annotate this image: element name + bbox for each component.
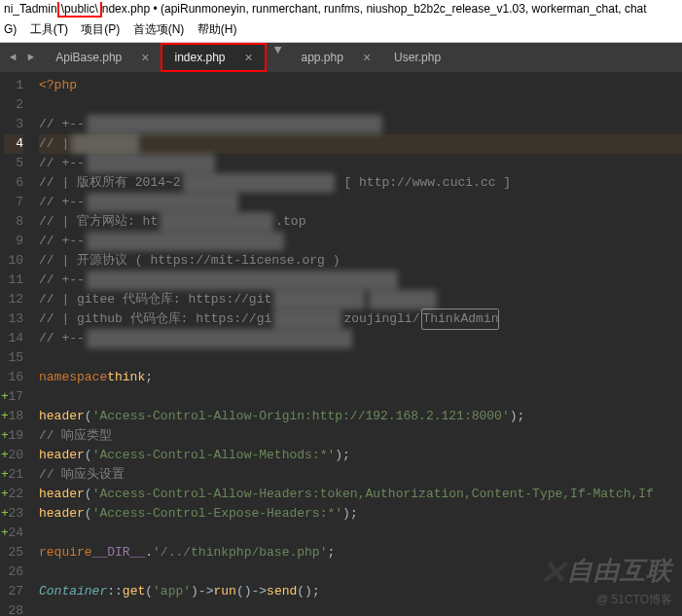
line-number: 13 bbox=[4, 309, 23, 329]
code-line[interactable]: // +--xxxxxxxxxxxxxxxxxxxxxxxxxxxxxxxxxx… bbox=[39, 329, 682, 348]
line-number: 8 bbox=[4, 212, 23, 232]
line-number: 15 bbox=[4, 348, 23, 368]
code-line[interactable]: // | 官方网站: htxxxxxxxxxxxxxxx.top bbox=[39, 212, 682, 232]
line-number: 12 bbox=[4, 290, 23, 309]
menu-item-preferences[interactable]: 首选项(N) bbox=[133, 22, 185, 36]
line-number: 21 bbox=[4, 465, 23, 485]
tab-nav-left-icon[interactable]: ◄ bbox=[4, 50, 22, 65]
code-line[interactable]: // 响应类型 bbox=[39, 426, 682, 446]
code-line[interactable]: // | xxxxxxxxx bbox=[39, 134, 682, 154]
line-number: 14 bbox=[4, 329, 23, 348]
code-line[interactable]: // | gitee 代码仓库: https://gitxxxxxxxxxxxx… bbox=[39, 290, 682, 309]
editor-area[interactable]: 1234567891011121314151617181920212223242… bbox=[0, 72, 682, 616]
line-number: 1 bbox=[4, 76, 23, 95]
tab-label: index.php bbox=[174, 51, 225, 64]
line-number: 25 bbox=[4, 543, 23, 562]
line-number: 9 bbox=[4, 232, 23, 251]
code-line[interactable]: // +--xxxxxxxxxxxxxxxxx bbox=[39, 154, 682, 173]
menu-item-tools[interactable]: 工具(T) bbox=[30, 22, 68, 36]
line-number: 26 bbox=[4, 562, 23, 582]
code-line[interactable]: // +--xxxxxxxxxxxxxxxxxxxx bbox=[39, 193, 682, 212]
tab-label: app.php bbox=[302, 51, 343, 64]
line-number: 16 bbox=[4, 368, 23, 387]
tab-apibase[interactable]: ApiBase.php × bbox=[44, 43, 161, 72]
tab-nav-right-icon[interactable]: ► bbox=[22, 50, 41, 65]
line-number: 24 bbox=[4, 524, 23, 543]
code-content[interactable]: <?php// +--xxxxxxxxxxxxxxxxxxxxxxxxxxxxx… bbox=[31, 72, 682, 616]
code-line[interactable] bbox=[39, 348, 682, 368]
tabs-container: ApiBase.php × index.php × ▼ app.php × Us… bbox=[44, 43, 682, 72]
code-line[interactable]: Container::get('app')->run()->send(); bbox=[39, 582, 682, 601]
title-suffix: • (apiRunmoneyin, runmerchant, runfms, n… bbox=[150, 2, 646, 16]
close-icon[interactable]: × bbox=[226, 50, 253, 65]
title-file: ndex.php bbox=[102, 2, 150, 16]
code-line[interactable]: header('Access-Control-Allow-Methods:*')… bbox=[39, 446, 682, 465]
code-line[interactable]: header('Access-Control-Allow-Headers:tok… bbox=[39, 485, 682, 504]
code-line[interactable]: // +--xxxxxxxxxxxxxxxxxxxxxxxxxxxxxxxxxx… bbox=[39, 115, 682, 134]
code-line[interactable]: // | github 代码仓库: https://gixxxxxxxxxzou… bbox=[39, 309, 682, 329]
tab-bar: ◄ ► ApiBase.php × index.php × ▼ app.php … bbox=[0, 43, 682, 72]
code-line[interactable] bbox=[39, 524, 682, 543]
window-title-bar: ni_Tadmin\public\ndex.php • (apiRunmoney… bbox=[0, 0, 682, 19]
line-number: 23 bbox=[4, 504, 23, 524]
line-number-gutter: 1234567891011121314151617181920212223242… bbox=[0, 72, 31, 616]
tab-dropdown-icon[interactable]: ▼ bbox=[267, 43, 290, 72]
code-line[interactable]: namespace think; bbox=[39, 368, 682, 387]
code-line[interactable] bbox=[39, 387, 682, 407]
code-line[interactable]: // +--xxxxxxxxxxxxxxxxxxxxxxxxxx bbox=[39, 232, 682, 251]
line-number: 11 bbox=[4, 271, 23, 290]
line-number: 19 bbox=[4, 426, 23, 446]
code-line[interactable] bbox=[39, 95, 682, 115]
code-line[interactable]: // 响应头设置 bbox=[39, 465, 682, 485]
line-number: 22 bbox=[4, 485, 23, 504]
line-number: 2 bbox=[4, 95, 23, 115]
code-line[interactable]: // | 开源协议 ( https://mit-license.org ) bbox=[39, 251, 682, 271]
line-number: 17 bbox=[4, 387, 23, 407]
line-number: 7 bbox=[4, 193, 23, 212]
code-line[interactable] bbox=[39, 562, 682, 582]
tab-label: ApiBase.php bbox=[55, 51, 122, 64]
line-number: 27 bbox=[4, 582, 23, 601]
close-icon[interactable]: × bbox=[343, 50, 371, 65]
menu-item-project[interactable]: 项目(P) bbox=[81, 22, 120, 36]
code-line[interactable]: <?php bbox=[39, 76, 682, 95]
line-number: 20 bbox=[4, 446, 23, 465]
code-line[interactable] bbox=[39, 601, 682, 616]
code-line[interactable]: // +--xxxxxxxxxxxxxxxxxxxxxxxxxxxxxxxxxx… bbox=[39, 271, 682, 290]
code-line[interactable]: header('Access-Control-Expose-Headers:*'… bbox=[39, 504, 682, 524]
menu-bar: G) 工具(T) 项目(P) 首选项(N) 帮助(H) bbox=[0, 19, 682, 43]
menu-item-help[interactable]: 帮助(H) bbox=[197, 22, 237, 36]
code-line[interactable]: header('Access-Control-Allow-Origin:http… bbox=[39, 407, 682, 426]
line-number: 3 bbox=[4, 115, 23, 134]
tab-index[interactable]: index.php × bbox=[161, 43, 266, 72]
tab-nav: ◄ ► bbox=[0, 50, 44, 65]
line-number: 5 bbox=[4, 154, 23, 173]
menu-item[interactable]: G) bbox=[4, 22, 17, 36]
line-number: 10 bbox=[4, 251, 23, 271]
title-highlighted-path: \public\ bbox=[57, 2, 102, 18]
line-number: 18 bbox=[4, 407, 23, 426]
tab-label: User.php bbox=[394, 51, 441, 64]
tab-app[interactable]: app.php × bbox=[290, 43, 383, 72]
close-icon[interactable]: × bbox=[122, 50, 149, 65]
line-number: 6 bbox=[4, 173, 23, 193]
title-prefix: ni_Tadmin bbox=[4, 2, 57, 16]
line-number: 4 bbox=[4, 134, 23, 154]
code-line[interactable]: require __DIR__ . '/../thinkphp/base.php… bbox=[39, 543, 682, 562]
line-number: 28 bbox=[4, 601, 23, 616]
tab-user[interactable]: User.php bbox=[382, 43, 470, 72]
code-line[interactable]: // | 版权所有 2014~2xxxxxxxxxxxxxxxxxxxx [ h… bbox=[39, 173, 682, 193]
